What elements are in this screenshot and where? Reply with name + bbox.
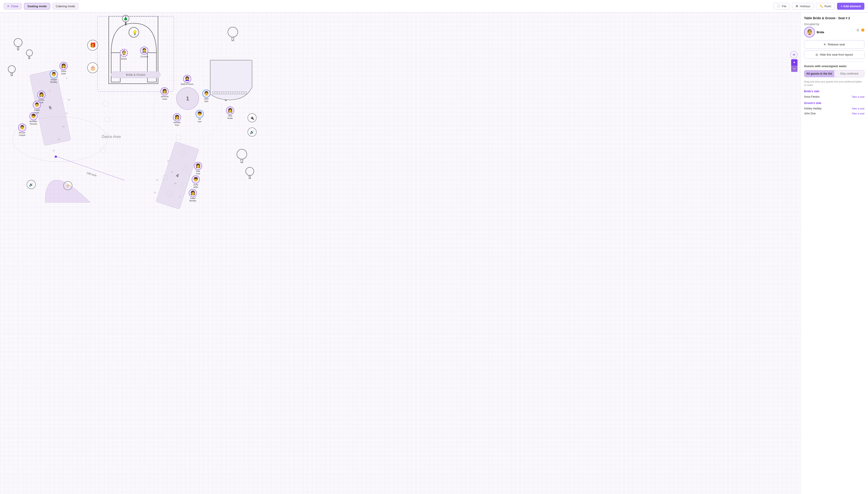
svg-point-30 (246, 167, 254, 175)
tree-left-top (13, 38, 24, 51)
svg-point-38 (100, 147, 105, 153)
svg-point-22 (14, 38, 22, 46)
groom-on-canvas[interactable]: 🤵 Groom (140, 46, 148, 58)
svg-point-36 (105, 117, 110, 122)
close-label: Close (11, 4, 18, 8)
svg-point-41 (182, 166, 188, 171)
svg-point-40 (180, 150, 186, 155)
svg-rect-31 (249, 175, 250, 178)
seat-num-9: 9 (66, 77, 67, 79)
svg-point-26 (228, 27, 238, 37)
piano (208, 58, 253, 101)
speaker-right2: 🔊 (248, 128, 256, 136)
seat-num-13: 13 (58, 138, 60, 140)
tree-left-bottom (7, 65, 17, 77)
close-icon: ✕ (7, 4, 9, 8)
speaker-right: 🔌 (248, 113, 256, 122)
svg-rect-21 (225, 100, 227, 101)
svg-point-35 (102, 101, 108, 106)
guest-alice-neale[interactable]: 👩 AliceNeale (226, 107, 234, 120)
seating-mode-label: Seating mode (27, 4, 46, 8)
svg-rect-33 (11, 73, 13, 76)
seat-num-12: 12 (62, 125, 64, 128)
tree-right-mid1 (235, 148, 249, 164)
guest-darrel-frye[interactable]: 👨 DarrelFrye (33, 101, 41, 114)
svg-point-32 (8, 65, 15, 73)
groom-name-label: Groom (140, 55, 148, 58)
bride-avatar[interactable]: 👰 (120, 49, 128, 57)
svg-point-37 (103, 132, 109, 138)
svg-rect-23 (17, 46, 19, 50)
empty-seats-dots-right (149, 135, 217, 187)
seat-num-10: 10 (68, 99, 70, 101)
svg-point-44 (162, 175, 168, 180)
guest-gregor-bentley[interactable]: 👨 GregorBentley (50, 70, 58, 83)
seat-num-5-left: 5 (49, 90, 51, 92)
seating-mode-button[interactable]: Seating mode (24, 3, 50, 10)
svg-point-34 (90, 68, 95, 73)
svg-rect-27 (232, 37, 234, 41)
tree-left-mid (25, 49, 34, 60)
catering-mode-button[interactable]: Catering mode (53, 3, 78, 10)
svg-point-24 (26, 50, 33, 56)
guest-olivia-duke[interactable]: 👩 OliviaDuke (59, 62, 67, 75)
guest-brenden-houston[interactable]: 👦 BrendenHouston (30, 112, 38, 125)
seat-num-14-left: 14 (53, 149, 55, 152)
guest-kit-carr[interactable]: 👦 KitCarr (195, 110, 204, 123)
speaker-left-bottom: 🔊 (27, 180, 36, 187)
catering-mode-label: Catering mode (56, 4, 75, 8)
svg-point-39 (176, 135, 181, 140)
guest-roman-cooper[interactable]: 👨 RomanCooper (18, 124, 26, 136)
svg-point-42 (181, 182, 187, 187)
svg-rect-25 (29, 56, 30, 59)
svg-rect-29 (241, 159, 243, 163)
canvas-area[interactable]: 🌲 💡 🎁 🎂 👰 Bride 🤵 Groom Bride & Groom 1 (0, 13, 326, 187)
bride-name-label: Bride (121, 57, 127, 60)
tree-right-top (226, 26, 239, 42)
toolbar: ✕ Close Seating mode Catering mode 📄 Fil… (0, 0, 326, 13)
tree-right-mid2 (244, 166, 255, 180)
svg-point-28 (237, 149, 247, 159)
seat-num-11: 11 (65, 112, 68, 114)
close-button[interactable]: ✕ Close (4, 3, 22, 10)
gift-icon: 🎁 (87, 40, 98, 51)
groom-avatar[interactable]: 🤵 (140, 46, 148, 55)
bride-on-canvas[interactable]: 👰 Bride (120, 49, 128, 60)
